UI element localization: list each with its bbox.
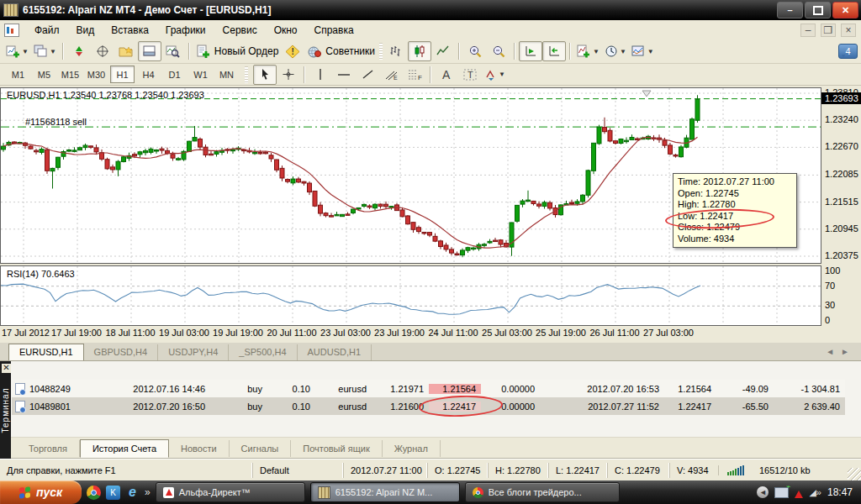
order-row-1[interactable]: 104898012012.07.20 16:50buy0.10eurusd1.2…	[12, 397, 845, 415]
tooltip-line-1: Open: 1.22745	[678, 188, 792, 200]
terminal-tab--[interactable]: Торговля	[17, 440, 80, 457]
zoom-out-button[interactable]	[487, 41, 510, 61]
trendline-tool-button[interactable]	[356, 65, 379, 85]
menu-item-Вид[interactable]: Вид	[68, 22, 103, 39]
menu-item-Справка[interactable]: Справка	[306, 22, 362, 39]
timeframes-toolbar: M1M5M15M30H1H4D1W1MN E F A T ▼	[0, 64, 861, 86]
market-watch-button[interactable]	[67, 41, 91, 61]
terminal-tab--[interactable]: Почтовый ящик	[291, 440, 382, 457]
notifications-badge[interactable]: 4	[838, 44, 858, 59]
timeframe-M15[interactable]: M15	[58, 66, 82, 83]
expert-advisors-button[interactable]: Советники	[304, 41, 378, 61]
horizontal-line-tool-button[interactable]	[332, 65, 356, 85]
cell-0-9: 1.21564	[664, 384, 716, 394]
rsi-chart[interactable]	[0, 265, 821, 326]
order-row-0[interactable]: 104882492012.07.16 14:46buy0.10eurusd1.2…	[12, 380, 845, 397]
status-ohlcv-3: C: 1.22479	[607, 463, 669, 478]
status-ohlcv-2: L: 1.22417	[548, 463, 607, 478]
menu-item-Окно[interactable]: Окно	[266, 22, 306, 39]
terminal-tab--[interactable]: Новости	[169, 440, 230, 457]
mdi-restore-button[interactable]: ❒	[821, 24, 836, 37]
text-tool-button[interactable]: A	[435, 65, 458, 85]
mdi-close-button[interactable]: ×	[841, 24, 856, 37]
maximize-button[interactable]	[805, 2, 831, 18]
timeframe-M5[interactable]: M5	[32, 66, 56, 83]
quick-launch-chrome-icon[interactable]	[87, 486, 101, 500]
timeframe-H4[interactable]: H4	[136, 66, 161, 83]
connection-signal-icon	[718, 465, 753, 475]
chart-shift-button[interactable]	[542, 41, 566, 61]
data-window-button[interactable]	[91, 41, 114, 61]
quick-launch-more-icon[interactable]: »	[145, 486, 151, 498]
chart-tab-GBPUSD-H4[interactable]: GBPUSD,H4	[84, 344, 159, 360]
terminal-tab--[interactable]: Журнал	[383, 440, 441, 457]
timeframe-M30[interactable]: M30	[84, 66, 108, 83]
terminal-tab--[interactable]: История Счета	[80, 439, 169, 458]
new-order-button[interactable]: Новый Ордер	[193, 41, 281, 61]
chart-tabs: EURUSD,H1GBPUSD,H4USDJPY,H4_SP500,H4AUDU…	[8, 344, 372, 360]
start-button[interactable]: пуск	[0, 480, 82, 504]
task-button-0[interactable]: Альфа-Директ™	[156, 482, 305, 502]
status-profile[interactable]: Default	[252, 463, 343, 478]
cursor-tool-button[interactable]	[253, 65, 277, 85]
timeframe-MN[interactable]: MN	[214, 66, 239, 83]
candlestick-chart-button[interactable]	[408, 41, 431, 61]
auto-scroll-button[interactable]	[519, 41, 542, 61]
arrows-tool-button[interactable]: ▼	[482, 65, 508, 85]
menu-item-Сервис[interactable]: Сервис	[214, 22, 266, 39]
mdi-window-buttons: – ❒ ×	[800, 24, 861, 37]
profiles-button[interactable]: ▼	[31, 41, 59, 61]
periods-button[interactable]: ▼	[602, 41, 629, 61]
strategy-tester-button[interactable]	[161, 41, 185, 61]
new-chart-button[interactable]: ▼	[3, 41, 31, 61]
timeframe-M1[interactable]: M1	[6, 66, 30, 83]
mdi-minimize-button[interactable]: –	[800, 24, 816, 37]
terminal-tab--[interactable]: Сигналы	[230, 440, 292, 457]
terminal-close-icon[interactable]: ✕	[2, 364, 11, 373]
crosshair-tool-button[interactable]	[277, 65, 300, 85]
templates-button[interactable]: ▼	[629, 41, 657, 61]
zoom-in-button[interactable]	[463, 41, 487, 61]
tray-alfadirect-icon[interactable]	[795, 486, 803, 498]
navigator-button[interactable]	[114, 41, 138, 61]
task-button-1[interactable]: 6155192: Alpari NZ M...	[310, 482, 460, 502]
tray-network-icon[interactable]	[774, 487, 789, 498]
status-ohlcv-4: V: 4934	[669, 463, 718, 478]
chart-tab-USDJPY-H4[interactable]: USDJPY,H4	[158, 344, 229, 360]
vertical-line-tool-button[interactable]	[309, 65, 332, 85]
timeframe-D1[interactable]: D1	[162, 66, 187, 83]
cell-1-8: 2012.07.27 11:52	[540, 402, 664, 412]
chart-tab-AUDUSD-H1[interactable]: AUDUSD,H1	[298, 344, 372, 360]
cell-0-6: 1.21564	[429, 384, 481, 394]
channel-tool-button[interactable]: E	[379, 65, 403, 85]
tray-volume-icon[interactable]: ◢»	[809, 487, 821, 498]
terminal-button[interactable]	[138, 41, 161, 61]
menu-item-Файл[interactable]: Файл	[26, 22, 68, 39]
indicators-button[interactable]: ▼	[574, 41, 602, 61]
terminal-side-tab[interactable]: Терминал	[0, 361, 11, 459]
tabs-scroll-left-icon[interactable]: ◄	[826, 347, 834, 356]
minimize-button[interactable]: –	[777, 2, 803, 18]
text-label-tool-button[interactable]: T	[458, 65, 482, 85]
task-button-2[interactable]: Все блоги трейдеро...	[465, 482, 620, 502]
menu-items: ФайлВидВставкаГрафикиСервисОкноСправка	[26, 22, 362, 39]
timeframe-H1[interactable]: H1	[110, 66, 135, 83]
menu-item-Вставка[interactable]: Вставка	[103, 22, 157, 39]
bar-chart-button[interactable]	[384, 41, 408, 61]
quick-launch-kmp-icon[interactable]: K	[106, 486, 120, 500]
timeframe-W1[interactable]: W1	[188, 66, 213, 83]
tray-collapse-icon[interactable]: ◄	[757, 486, 769, 498]
alfa-icon	[163, 487, 174, 498]
quick-launch-ie-icon[interactable]: e	[125, 486, 140, 500]
tabs-scroll-right-icon[interactable]: ►	[841, 347, 849, 356]
chart-tab-EURUSD-H1[interactable]: EURUSD,H1	[8, 344, 84, 360]
menu-item-Графики[interactable]: Графики	[157, 22, 214, 39]
close-button[interactable]: ✕	[832, 2, 858, 18]
chart-window-icon	[4, 24, 19, 37]
chart-tab-_SP500-H4[interactable]: _SP500,H4	[229, 344, 297, 360]
cell-1-5: 1.21600	[372, 402, 429, 412]
cell-0-11: -1 304.81	[774, 384, 845, 394]
line-chart-button[interactable]	[431, 41, 455, 61]
metaeditor-button[interactable]: !	[281, 41, 304, 61]
fibonacci-tool-button[interactable]: F	[403, 65, 426, 85]
